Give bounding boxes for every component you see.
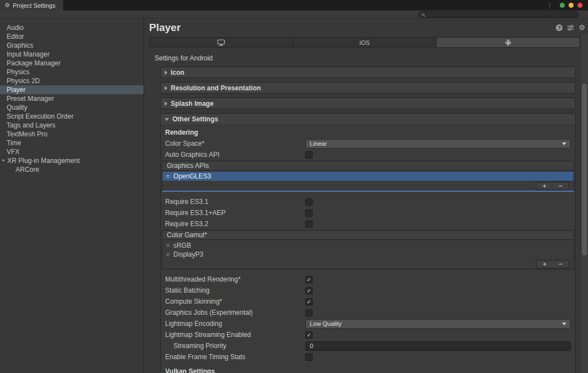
multithreaded-rendering-checkbox[interactable] (305, 276, 313, 283)
window-tab-title: Project Settings (13, 2, 55, 9)
sidebar-item-time[interactable]: Time (0, 139, 144, 147)
other-settings-content: Rendering Color Space* Linear Au (161, 125, 575, 373)
lightmap-streaming-checkbox[interactable] (305, 331, 313, 339)
graphics-apis-list-body: = OpenGLES3 + − (162, 171, 574, 192)
titlebar: ⚙ Project Settings ⋮ (0, 0, 588, 11)
add-button[interactable]: + (536, 260, 553, 268)
row-require-es31: Require ES3.1 (165, 196, 571, 207)
sidebar-item-script-execution-order[interactable]: Script Execution Order (0, 112, 144, 121)
remove-button[interactable]: − (553, 260, 569, 268)
list-item-opengles3[interactable]: = OpenGLES3 (162, 172, 574, 181)
foldout-arrow-icon[interactable] (2, 160, 5, 162)
sidebar-item-label: Physics 2D (7, 76, 40, 85)
settings-sidebar: Audio Editor Graphics Input Manager Pack… (0, 18, 144, 373)
window-control-yellow[interactable] (569, 3, 574, 8)
settings-gear-icon: ⚙ (4, 2, 10, 8)
foldout-arrow-icon (165, 70, 167, 75)
sidebar-item-arcore[interactable]: ARCore (0, 165, 144, 174)
sidebar-item-graphics[interactable]: Graphics (0, 41, 144, 50)
foldout-arrow-icon (165, 118, 169, 121)
sidebar-item-textmesh-pro[interactable]: TextMesh Pro (0, 130, 144, 139)
compute-skinning-checkbox[interactable] (305, 298, 313, 305)
sidebar-item-quality[interactable]: Quality (0, 103, 144, 112)
tab-android[interactable] (437, 37, 580, 48)
list-item-srgb[interactable]: = sRGB (162, 241, 574, 250)
static-batching-checkbox[interactable] (305, 287, 313, 294)
list-item-label: DisplayP3 (173, 251, 203, 258)
window-control-green[interactable] (560, 3, 565, 8)
drag-handle-icon[interactable]: = (166, 173, 170, 180)
sidebar-item-input-manager[interactable]: Input Manager (0, 50, 144, 59)
graphics-apis-list-header: Graphics APIs (162, 161, 574, 171)
main-panel: Player ? ⚙ (144, 18, 588, 373)
window-menu-icon[interactable]: ⋮ (546, 2, 553, 9)
sidebar-item-label: Tags and Layers (7, 121, 55, 130)
window-control-red[interactable] (577, 3, 582, 8)
sidebar-item-preset-manager[interactable]: Preset Manager (0, 94, 144, 103)
window-tab-project-settings[interactable]: ⚙ Project Settings (0, 0, 63, 11)
tab-ios[interactable]: iOS (293, 37, 437, 48)
search-input[interactable] (427, 12, 576, 17)
frame-timing-checkbox[interactable] (305, 354, 313, 361)
section-other-settings-header[interactable]: Other Settings (161, 114, 575, 125)
player-settings-content: iOS (144, 35, 580, 373)
sidebar-item-label: TextMesh Pro (7, 130, 47, 139)
sidebar-item-label: Input Manager (7, 50, 49, 59)
sidebar-item-audio[interactable]: Audio (0, 23, 144, 32)
list-buttons: + − (536, 260, 569, 268)
section-other-settings: Other Settings Rendering Color Space* Li… (160, 113, 576, 373)
add-button[interactable]: + (536, 182, 553, 190)
row-auto-graphics-api: Auto Graphics API (165, 149, 571, 160)
color-space-dropdown[interactable]: Linear (305, 139, 571, 149)
streaming-priority-label: Streaming Priority (165, 342, 305, 350)
search-box[interactable] (418, 11, 579, 18)
sidebar-item-xr-plugin-management[interactable]: XR Plug-in Management (0, 156, 144, 165)
require-es32-checkbox[interactable] (305, 221, 313, 228)
sidebar-item-physics[interactable]: Physics (0, 68, 144, 76)
sidebar-item-label: ARCore (16, 165, 39, 174)
sidebar-item-player[interactable]: Player (0, 85, 144, 94)
toolbar (0, 11, 588, 18)
row-color-space: Color Space* Linear (165, 138, 571, 149)
platform-tabs: iOS (149, 37, 580, 48)
color-space-label: Color Space* (165, 140, 305, 147)
vertical-scrollbar[interactable] (580, 35, 588, 373)
section-splash-image[interactable]: Splash Image (160, 98, 576, 109)
remove-button[interactable]: − (553, 182, 569, 190)
graphics-jobs-checkbox[interactable] (305, 309, 313, 316)
require-es31-aep-checkbox[interactable] (305, 210, 313, 217)
row-require-es32: Require ES3.2 (165, 218, 571, 229)
sidebar-item-tags-and-layers[interactable]: Tags and Layers (0, 121, 144, 130)
drag-handle-icon[interactable]: = (166, 252, 170, 258)
presets-icon[interactable] (567, 24, 574, 31)
section-icon[interactable]: Icon (160, 67, 576, 78)
gear-icon[interactable]: ⚙ (579, 24, 585, 31)
sidebar-item-editor[interactable]: Editor (0, 32, 144, 41)
scrollbar-thumb[interactable] (582, 84, 587, 256)
require-es31-checkbox[interactable] (305, 198, 313, 206)
color-gamut-list-body: = sRGB = DisplayP3 (162, 240, 574, 269)
chevron-down-icon (562, 323, 566, 325)
settings-for-label: Settings for Android (155, 54, 580, 62)
sidebar-item-label: Physics (7, 68, 29, 76)
section-resolution-and-presentation[interactable]: Resolution and Presentation (160, 82, 576, 94)
lightmap-encoding-dropdown[interactable]: Low Quality (305, 319, 571, 329)
streaming-priority-field[interactable] (305, 341, 571, 351)
row-frame-timing: Enable Frame Timing Stats (165, 351, 571, 362)
auto-graphics-api-checkbox[interactable] (305, 151, 313, 159)
sidebar-item-physics-2d[interactable]: Physics 2D (0, 76, 144, 85)
list-item-displayp3[interactable]: = DisplayP3 (162, 250, 574, 259)
sidebar-item-package-manager[interactable]: Package Manager (0, 59, 144, 68)
android-icon (505, 39, 512, 46)
lightmap-encoding-value: Low Quality (310, 320, 341, 327)
tab-desktop[interactable] (149, 37, 293, 48)
sidebar-item-vfx[interactable]: VFX (0, 147, 144, 156)
auto-graphics-api-label: Auto Graphics API (165, 151, 305, 159)
sidebar-item-label: Preset Manager (7, 94, 54, 103)
help-icon[interactable]: ? (556, 24, 563, 31)
require-es32-label: Require ES3.2 (165, 220, 305, 228)
drag-handle-icon[interactable]: = (166, 243, 170, 249)
sidebar-item-label: XR Plug-in Management (7, 156, 80, 165)
header-icons: ? ⚙ (556, 24, 585, 31)
tab-ios-label: iOS (360, 39, 370, 46)
